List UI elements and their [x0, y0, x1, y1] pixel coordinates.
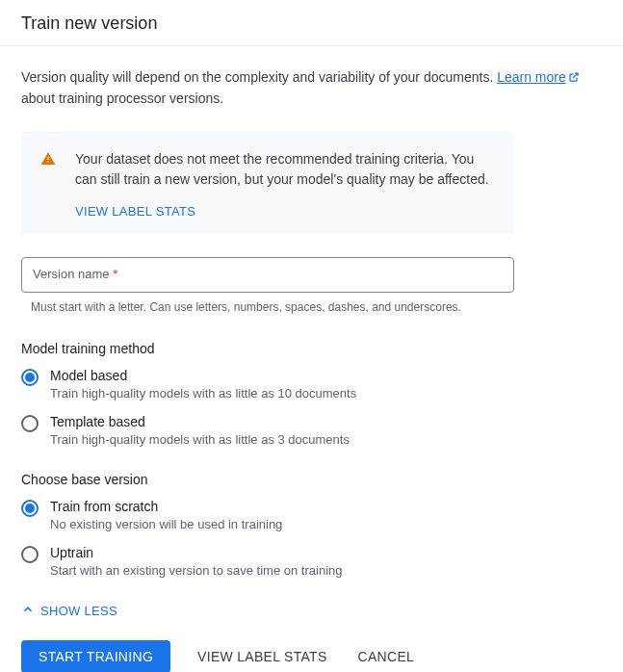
intro-text: Version quality will depend on the compl… [21, 67, 602, 109]
radio-train-from-scratch[interactable]: Train from scratch No existing version w… [21, 499, 602, 531]
method-section-title: Model training method [21, 341, 602, 356]
radio-body: Train from scratch No existing version w… [50, 499, 282, 531]
dialog-header: Train new version [0, 0, 623, 46]
radio-uptrain[interactable]: Uptrain Start with an existing version t… [21, 545, 602, 578]
learn-more-label: Learn more [497, 69, 566, 85]
radio-icon [21, 500, 39, 517]
radio-icon [21, 369, 39, 386]
toggle-label: SHOW LESS [40, 604, 117, 618]
radio-label: Uptrain [50, 545, 342, 560]
radio-body: Model based Train high-quality models wi… [50, 368, 356, 401]
learn-more-link[interactable]: Learn more [497, 69, 580, 85]
radio-desc: No existing version will be used in trai… [50, 517, 282, 531]
radio-template-based[interactable]: Template based Train high-quality models… [21, 414, 602, 447]
radio-label: Model based [50, 368, 356, 383]
warning-alert: Your dataset does not meet the recommend… [21, 132, 514, 234]
alert-body: Your dataset does not meet the recommend… [75, 149, 495, 219]
method-radio-group: Model based Train high-quality models wi… [21, 368, 602, 447]
start-training-button[interactable]: START TRAINING [21, 640, 170, 672]
chevron-up-icon [21, 603, 35, 619]
version-name-input[interactable] [21, 257, 514, 293]
external-link-icon [568, 68, 580, 89]
radio-body: Uptrain Start with an existing version t… [50, 545, 342, 578]
radio-icon [21, 546, 39, 563]
dialog-content: Version quality will depend on the compl… [0, 46, 623, 672]
intro-after: about training processor versions. [21, 90, 223, 106]
radio-desc: Train high-quality models with as little… [50, 432, 350, 447]
warning-icon [40, 151, 56, 219]
radio-label: Template based [50, 414, 350, 429]
base-section-title: Choose base version [21, 472, 602, 487]
base-radio-group: Train from scratch No existing version w… [21, 499, 602, 578]
show-less-toggle[interactable]: SHOW LESS [21, 603, 117, 619]
version-name-helper: Must start with a letter. Can use letter… [21, 300, 602, 314]
intro-before: Version quality will depend on the compl… [21, 69, 497, 85]
version-name-field: Version name * [21, 257, 514, 293]
action-bar: START TRAINING VIEW LABEL STATS CANCEL [21, 640, 602, 672]
view-label-stats-alert-button[interactable]: VIEW LABEL STATS [75, 204, 195, 219]
cancel-button[interactable]: CANCEL [354, 640, 419, 672]
radio-label: Train from scratch [50, 499, 282, 514]
radio-desc: Start with an existing version to save t… [50, 563, 342, 578]
view-label-stats-button[interactable]: VIEW LABEL STATS [194, 640, 330, 672]
page-title: Train new version [21, 13, 602, 34]
radio-model-based[interactable]: Model based Train high-quality models wi… [21, 368, 602, 401]
radio-body: Template based Train high-quality models… [50, 414, 350, 447]
alert-message: Your dataset does not meet the recommend… [75, 149, 495, 190]
radio-desc: Train high-quality models with as little… [50, 386, 356, 401]
radio-icon [21, 415, 39, 432]
